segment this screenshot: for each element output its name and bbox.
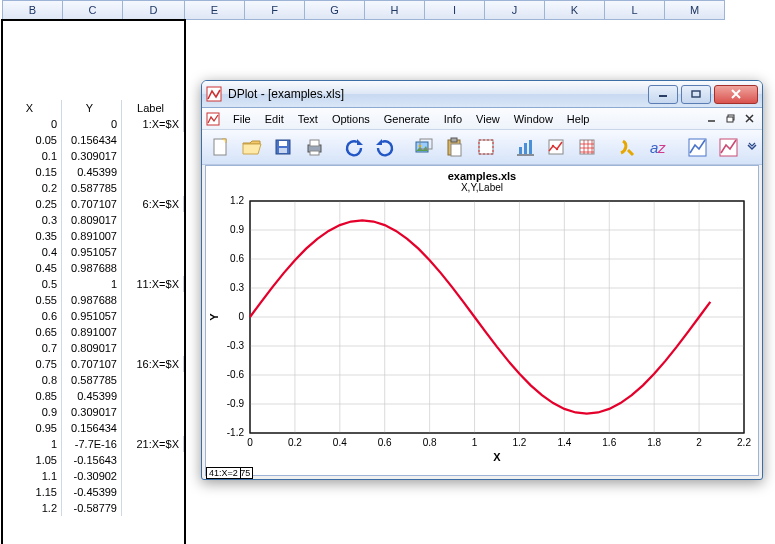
cell[interactable]: 0.8 <box>2 372 62 388</box>
hatch-button[interactable] <box>573 132 601 162</box>
italic-az-button[interactable]: az <box>643 132 671 162</box>
cell[interactable]: 1.15 <box>2 484 62 500</box>
cell[interactable]: 0.987688 <box>62 292 122 308</box>
cell[interactable]: 0.55 <box>2 292 62 308</box>
menu-help[interactable]: Help <box>560 111 597 127</box>
cell[interactable]: 0.891007 <box>62 324 122 340</box>
cell[interactable]: 0.809017 <box>62 340 122 356</box>
cell[interactable]: 1.1 <box>2 468 62 484</box>
cell[interactable]: 0.7 <box>2 340 62 356</box>
new-button[interactable] <box>206 132 234 162</box>
cell[interactable]: Y <box>62 100 122 116</box>
cell[interactable]: 21:X=$X <box>122 436 184 452</box>
maximize-button[interactable] <box>681 85 711 104</box>
menu-generate[interactable]: Generate <box>377 111 437 127</box>
cell[interactable]: 11:X=$X <box>122 276 184 292</box>
cell[interactable]: 0.85 <box>2 388 62 404</box>
cell[interactable]: 0.587785 <box>62 372 122 388</box>
cell[interactable]: 0.309017 <box>62 148 122 164</box>
cell[interactable]: 0.45399 <box>62 388 122 404</box>
minimize-button[interactable] <box>648 85 678 104</box>
undo-button[interactable] <box>339 132 367 162</box>
cell[interactable]: 0.951057 <box>62 244 122 260</box>
cell[interactable]: 0.65 <box>2 324 62 340</box>
toolbar-overflow-icon[interactable] <box>745 133 758 161</box>
cell[interactable]: 0.987688 <box>62 260 122 276</box>
cell[interactable]: 16:X=$X <box>122 356 184 372</box>
zoom-button[interactable] <box>612 132 640 162</box>
save-button[interactable] <box>269 132 297 162</box>
cell[interactable]: 0.2 <box>2 180 62 196</box>
cell[interactable]: 0.45 <box>2 260 62 276</box>
chart-annotation[interactable]: 41:X=2 <box>206 467 241 479</box>
mdi-close-button[interactable] <box>741 112 758 126</box>
cell[interactable]: 1.2 <box>2 500 62 516</box>
col-header-B[interactable]: B <box>2 0 63 20</box>
print-button[interactable] <box>300 132 328 162</box>
chart-plot[interactable]: 00.20.40.60.811.21.41.61.822.2-1.2-0.9-0… <box>206 195 758 467</box>
cell[interactable]: 1.05 <box>2 452 62 468</box>
cell[interactable]: 0.891007 <box>62 228 122 244</box>
crop-button[interactable] <box>472 132 500 162</box>
col-header-K[interactable]: K <box>544 0 605 20</box>
cell[interactable]: 0.9 <box>2 404 62 420</box>
menu-edit[interactable]: Edit <box>258 111 291 127</box>
mdi-minimize-button[interactable] <box>703 112 720 126</box>
menu-text[interactable]: Text <box>291 111 325 127</box>
col-header-H[interactable]: H <box>364 0 425 20</box>
cell[interactable]: 0.951057 <box>62 308 122 324</box>
menu-window[interactable]: Window <box>507 111 560 127</box>
cell[interactable]: 0 <box>2 116 62 132</box>
cell[interactable]: 0.156434 <box>62 420 122 436</box>
cell[interactable]: Label <box>122 100 184 116</box>
cell[interactable]: 1 <box>62 276 122 292</box>
cell[interactable]: 0.809017 <box>62 212 122 228</box>
cell[interactable]: -0.30902 <box>62 468 122 484</box>
cell[interactable]: -0.15643 <box>62 452 122 468</box>
col-header-L[interactable]: L <box>604 0 665 20</box>
col-header-C[interactable]: C <box>62 0 123 20</box>
redo-button[interactable] <box>370 132 398 162</box>
col-header-G[interactable]: G <box>304 0 365 20</box>
cell[interactable]: 6:X=$X <box>122 196 184 212</box>
cell[interactable]: 0.309017 <box>62 404 122 420</box>
cell[interactable]: 1 <box>2 436 62 452</box>
cell[interactable]: 0.45399 <box>62 164 122 180</box>
cell[interactable]: -0.58779 <box>62 500 122 516</box>
col-header-J[interactable]: J <box>484 0 545 20</box>
col-header-D[interactable]: D <box>122 0 185 20</box>
data-labels-button[interactable] <box>542 132 570 162</box>
col-header-M[interactable]: M <box>664 0 725 20</box>
cell[interactable]: 0.35 <box>2 228 62 244</box>
open-button[interactable] <box>237 132 265 162</box>
cell[interactable]: 0 <box>62 116 122 132</box>
swap-axes-button[interactable] <box>511 132 539 162</box>
cell[interactable]: 0.707107 <box>62 356 122 372</box>
menu-file[interactable]: File <box>226 111 258 127</box>
cell[interactable]: 0.707107 <box>62 196 122 212</box>
cell[interactable]: 0.156434 <box>62 132 122 148</box>
cell[interactable]: 0.4 <box>2 244 62 260</box>
mdi-restore-button[interactable] <box>722 112 739 126</box>
cell[interactable]: 0.15 <box>2 164 62 180</box>
cell[interactable]: 0.3 <box>2 212 62 228</box>
menu-options[interactable]: Options <box>325 111 377 127</box>
cell[interactable]: 1:X=$X <box>122 116 184 132</box>
col-header-F[interactable]: F <box>244 0 305 20</box>
cell[interactable]: -7.7E-16 <box>62 436 122 452</box>
cell[interactable]: -0.45399 <box>62 484 122 500</box>
cell[interactable]: X <box>2 100 62 116</box>
copy-image-button[interactable] <box>409 132 437 162</box>
titlebar[interactable]: DPlot - [examples.xls] <box>202 81 762 108</box>
cell[interactable]: 0.5 <box>2 276 62 292</box>
cell[interactable]: 0.95 <box>2 420 62 436</box>
col-header-E[interactable]: E <box>184 0 245 20</box>
col-header-I[interactable]: I <box>424 0 485 20</box>
cell[interactable]: 0.1 <box>2 148 62 164</box>
cell[interactable]: 0.75 <box>2 356 62 372</box>
next-plot-button[interactable] <box>714 132 742 162</box>
menu-info[interactable]: Info <box>437 111 469 127</box>
menu-view[interactable]: View <box>469 111 507 127</box>
plot-client-area[interactable]: examples.xls X,Y,Label 00.20.40.60.811.2… <box>205 165 759 476</box>
cell[interactable]: 0.25 <box>2 196 62 212</box>
